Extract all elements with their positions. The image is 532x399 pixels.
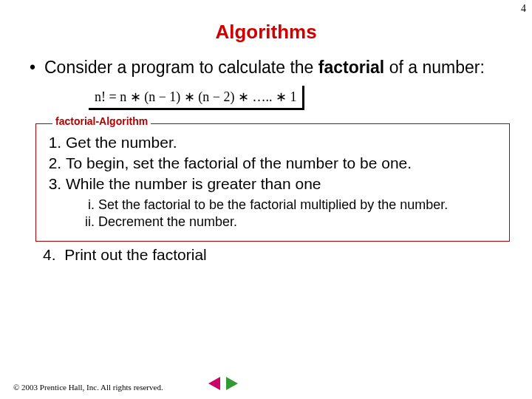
algorithm-box: factorial-Algorithm Get the number. To b… <box>35 123 510 242</box>
page-number: 4 <box>521 3 526 15</box>
step-3ii: Decrement the number. <box>98 214 499 231</box>
step-3i: Set the factorial to be the factorial mu… <box>98 197 499 214</box>
intro-after: of a number: <box>384 58 485 77</box>
step-1: Get the number. <box>66 133 499 152</box>
formula-text: n! = n ∗ (n − 1) ∗ (n − 2) ∗ ….. ∗ 1 <box>89 86 304 110</box>
algorithm-label: factorial-Algorithm <box>52 115 151 127</box>
step-3: While the number is greater than one Set… <box>66 174 499 230</box>
bullet-icon: • <box>30 57 44 78</box>
next-icon[interactable] <box>226 377 238 390</box>
nav-controls <box>207 377 239 393</box>
step-3-text: While the number is greater than one <box>66 175 321 192</box>
intro-before: Consider a program to calculate the <box>44 58 318 77</box>
step-2: To begin, set the factorial of the numbe… <box>66 154 499 173</box>
copyright-footer: © 2003 Prentice Hall, Inc. All rights re… <box>13 383 163 392</box>
prev-icon[interactable] <box>208 377 220 390</box>
intro-text: •Consider a program to calculate the fac… <box>30 57 502 78</box>
step-4-num: 4. <box>43 246 56 263</box>
slide-title: Algorithms <box>0 21 532 44</box>
formula-container: n! = n ∗ (n − 1) ∗ (n − 2) ∗ ….. ∗ 1 <box>89 86 532 110</box>
step-4-text: Print out the factorial <box>64 246 207 263</box>
algorithm-steps: Get the number. To begin, set the factor… <box>44 133 499 231</box>
intro-bold: factorial <box>318 58 384 77</box>
sub-steps: Set the factorial to be the factorial mu… <box>66 197 499 231</box>
step-4-row: 4. Print out the factorial <box>35 246 510 264</box>
